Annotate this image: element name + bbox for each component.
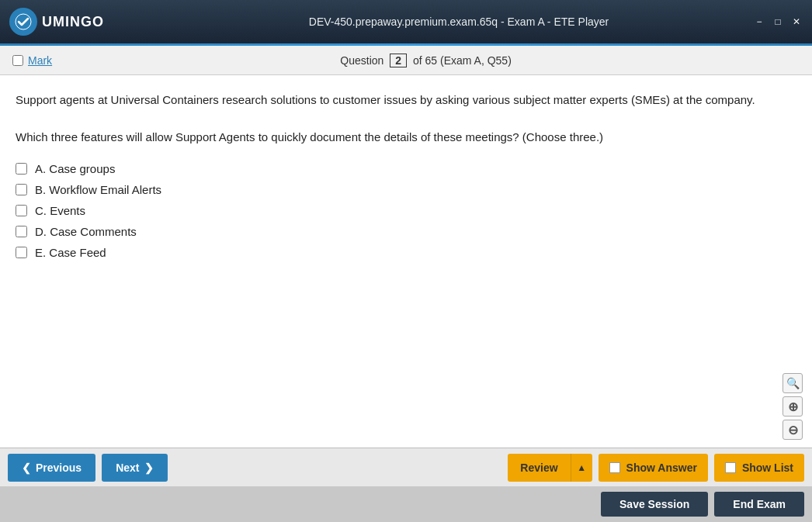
option-item-b: B. Workflow Email Alerts [16,183,796,196]
logo: UMINGO [9,8,165,36]
mark-container[interactable]: Mark [12,54,52,67]
show-list-button[interactable]: Show List [714,454,804,482]
previous-chevron-icon [22,462,31,474]
question-header: Mark Question 2 of 65 (Exam A, Q55) [0,46,812,75]
option-item-c: C. Events [16,204,796,217]
show-answer-button[interactable]: Show Answer [599,454,708,482]
next-button[interactable]: Next [102,454,167,482]
option-item-e: E. Case Feed [16,246,796,259]
question-num-box: 2 [390,54,407,67]
previous-button[interactable]: Previous [8,454,95,482]
next-label: Next [116,462,139,474]
option-checkbox-e[interactable] [16,247,27,258]
bottom-nav: Previous Next Review ▲ Show Answer Show … [0,448,812,486]
minimize-button[interactable]: − [753,16,765,28]
question-total: of 65 (Exam A, Q55) [413,54,512,67]
zoom-controls: 🔍 ⊕ ⊖ [783,373,803,440]
save-session-button[interactable]: Save Session [601,492,708,517]
options-list: A. Case groups B. Workflow Email Alerts … [16,162,796,259]
previous-label: Previous [36,462,82,474]
question-label: Question [340,54,383,67]
title-bar: UMINGO DEV-450.prepaway.premium.exam.65q… [0,0,812,43]
option-label-a[interactable]: A. Case groups [35,162,115,175]
question-paragraph-2: Which three features will allow Support … [16,128,796,147]
mark-label[interactable]: Mark [28,54,52,67]
option-checkbox-a[interactable] [16,163,27,175]
zoom-in-button[interactable]: ⊕ [783,396,803,417]
next-chevron-icon [144,462,154,474]
logo-text: UMINGO [42,14,104,30]
close-button[interactable]: ✕ [790,16,803,28]
show-answer-checkbox-icon [609,462,620,473]
logo-icon [9,8,37,36]
zoom-out-button[interactable]: ⊖ [783,420,803,440]
option-label-e[interactable]: E. Case Feed [35,246,106,259]
option-item-d: D. Case Comments [16,225,796,238]
question-paragraph-1: Support agents at Universal Containers r… [16,91,796,109]
window-controls: − □ ✕ [753,16,803,28]
option-checkbox-c[interactable] [16,205,27,216]
end-exam-button[interactable]: End Exam [714,492,804,517]
review-group: Review ▲ [508,454,592,482]
show-list-label: Show List [742,462,793,474]
question-number-display: Question 2 of 65 (Exam A, Q55) [52,54,800,67]
maximize-button[interactable]: □ [772,16,784,28]
bottom-action-bar: Save Session End Exam [0,486,812,522]
show-answer-label: Show Answer [626,462,697,474]
option-label-c[interactable]: C. Events [35,204,85,217]
mark-checkbox[interactable] [12,55,23,66]
option-checkbox-b[interactable] [16,184,27,195]
question-text: Support agents at Universal Containers r… [16,91,796,147]
main-content: Support agents at Universal Containers r… [0,75,812,448]
option-label-b[interactable]: B. Workflow Email Alerts [35,183,161,196]
option-item-a: A. Case groups [16,162,796,175]
show-list-checkbox-icon [725,462,736,473]
review-button[interactable]: Review [508,454,570,482]
search-icon[interactable]: 🔍 [783,373,803,393]
window-title: DEV-450.prepaway.premium.exam.65q - Exam… [165,16,753,28]
option-label-d[interactable]: D. Case Comments [35,225,137,238]
review-dropdown-button[interactable]: ▲ [571,454,592,482]
option-checkbox-d[interactable] [16,226,27,237]
